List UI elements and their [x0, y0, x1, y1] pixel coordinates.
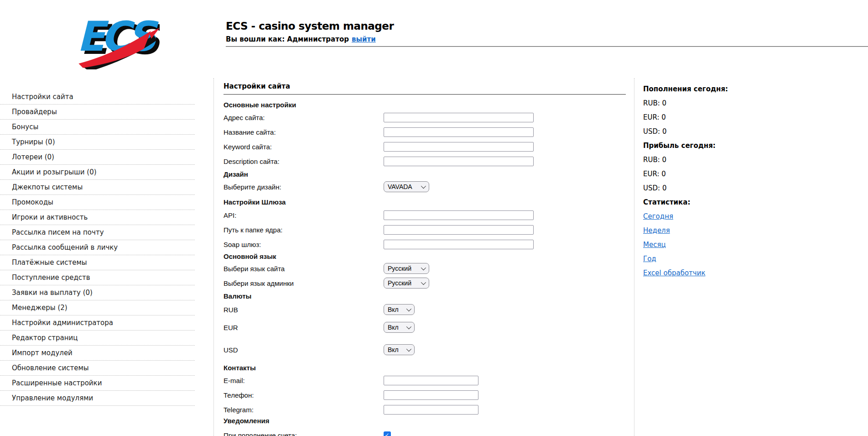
login-status-text: Вы вошли как: Администратор — [226, 35, 349, 43]
field-label: Выбери язык сайта — [223, 265, 384, 273]
sidebar-item-admin-settings[interactable]: Настройки администратора — [0, 315, 195, 331]
site-language-select-value: Русский — [388, 265, 411, 272]
sidebar-item-tournaments[interactable]: Турниры (0) — [0, 135, 195, 150]
heading-gateway-settings: Настройки Шлюза — [223, 198, 286, 206]
form-row: RUB Вкл — [223, 304, 415, 315]
right-column-divider — [634, 78, 634, 436]
stats-link-month[interactable]: Месяц — [643, 241, 666, 249]
sidebar-item-payment-systems[interactable]: Платёжные системы — [0, 255, 195, 270]
form-row: EUR Вкл — [223, 322, 415, 333]
stats-link-week[interactable]: Неделя — [643, 226, 670, 235]
sidebar-item-promotions[interactable]: Акции и розыгрыши (0) — [0, 165, 195, 180]
form-row: USD Вкл — [223, 344, 415, 355]
stats-link-excel[interactable]: Excel обработчик — [643, 269, 705, 277]
stats-header-profit-today: Прибыль сегодня: — [643, 139, 858, 153]
page-title: ECS - casino system manager — [226, 20, 394, 32]
admin-language-select[interactable]: Русский — [384, 278, 429, 289]
api-input[interactable] — [384, 210, 534, 220]
sidebar-item-managers[interactable]: Менеджеры (2) — [0, 300, 195, 315]
header-divider — [226, 46, 868, 47]
stats-link-year[interactable]: Год — [643, 255, 656, 263]
form-row: Telegram: — [223, 404, 478, 415]
form-row: Keyword сайта: — [223, 141, 534, 152]
rub-select-value: Вкл — [388, 306, 399, 313]
form-row: Выберите дизайн: VAVADA — [223, 181, 429, 192]
form-row: Телефон: — [223, 389, 478, 400]
heading-main-language: Основной язык — [223, 252, 276, 260]
deposit-notification-checkbox[interactable] — [384, 431, 391, 436]
sidebar-item-lotteries[interactable]: Лотереи (0) — [0, 150, 195, 165]
field-label: Soap шлюз: — [223, 241, 384, 248]
field-label: Выбери язык админки — [223, 279, 384, 287]
sidebar: Настройки сайта Провайдеры Бонусы Турнир… — [0, 89, 195, 406]
stat-value: 0 — [662, 156, 667, 164]
site-name-input[interactable] — [384, 127, 534, 137]
site-address-input[interactable] — [384, 113, 534, 122]
field-label: USD — [223, 346, 384, 354]
stat-profit-usd: USD: 0 — [643, 181, 858, 195]
sidebar-item-site-settings[interactable]: Настройки сайта — [0, 89, 195, 105]
phone-input[interactable] — [384, 390, 478, 400]
form-row: Выбери язык админки Русский — [223, 278, 429, 289]
site-keyword-input[interactable] — [384, 142, 534, 152]
core-path-input[interactable] — [384, 225, 534, 235]
stats-header-deposits-today: Пополнения сегодня: — [643, 82, 858, 96]
heading-contacts: Контакты — [223, 364, 256, 372]
soap-gateway-input[interactable] — [384, 240, 534, 249]
sidebar-item-promocodes[interactable]: Промокоды — [0, 195, 195, 210]
section-title: Настройки сайта — [223, 82, 290, 90]
sidebar-item-players[interactable]: Игроки и активность — [0, 210, 195, 225]
sidebar-item-bonuses[interactable]: Бонусы — [0, 120, 195, 135]
sidebar-item-providers[interactable]: Провайдеры — [0, 105, 195, 120]
stat-value: 0 — [662, 99, 667, 107]
chevron-down-icon — [421, 280, 426, 285]
telegram-input[interactable] — [384, 405, 478, 415]
sidebar-item-deposits[interactable]: Поступление средств — [0, 270, 195, 285]
sidebar-item-page-editor[interactable]: Редактор страниц — [0, 331, 195, 346]
field-label: Keyword сайта: — [223, 143, 384, 151]
usd-select[interactable]: Вкл — [384, 344, 415, 355]
heading-design: Дизайн — [223, 170, 248, 178]
site-language-select[interactable]: Русский — [384, 263, 429, 274]
eur-select[interactable]: Вкл — [384, 322, 415, 333]
section-divider — [223, 94, 626, 95]
form-row: Выбери язык сайта Русский — [223, 263, 429, 274]
stat-profit-eur: EUR: 0 — [643, 167, 858, 181]
stats-link-today[interactable]: Сегодня — [643, 212, 673, 221]
email-input[interactable] — [384, 376, 478, 385]
stat-profit-rub: RUB: 0 — [643, 153, 858, 167]
site-description-input[interactable] — [384, 157, 534, 166]
field-label: Telegram: — [223, 406, 384, 414]
logout-link[interactable]: выйти — [352, 35, 376, 43]
stat-label: EUR: — [643, 170, 659, 178]
field-label: API: — [223, 211, 384, 219]
stat-label: EUR: — [643, 113, 659, 121]
sidebar-item-pm-broadcast[interactable]: Рассылка сообщений в личку — [0, 240, 195, 255]
chevron-down-icon — [421, 184, 426, 189]
stat-deposits-rub: RUB: 0 — [643, 96, 858, 110]
field-label: EUR — [223, 324, 384, 331]
form-row: Description сайта: — [223, 156, 534, 167]
stat-value: 0 — [661, 113, 666, 121]
field-label: При пополнение счета: — [223, 431, 384, 436]
field-label: RUB — [223, 306, 384, 314]
sidebar-item-advanced-settings[interactable]: Расширенные настройки — [0, 376, 195, 391]
sidebar-item-jackpots[interactable]: Джекпоты системы — [0, 180, 195, 195]
rub-select[interactable]: Вкл — [384, 304, 415, 315]
stats-panel: Пополнения сегодня: RUB: 0 EUR: 0 USD: 0… — [643, 82, 858, 280]
sidebar-item-system-update[interactable]: Обновление системы — [0, 361, 195, 376]
sidebar-item-payout-requests[interactable]: Заявки на выплату (0) — [0, 285, 195, 300]
sidebar-item-module-import[interactable]: Импорт модулей — [0, 346, 195, 361]
sidebar-item-module-management[interactable]: Управление модулями — [0, 391, 195, 406]
sidebar-item-email-broadcast[interactable]: Рассылка писем на почту — [0, 225, 195, 240]
form-row: API: — [223, 210, 534, 221]
form-row: E-mail: — [223, 375, 478, 386]
chevron-down-icon — [421, 265, 426, 270]
design-select[interactable]: VAVADA — [384, 181, 429, 192]
field-label: Путь к папке ядра: — [223, 226, 384, 234]
stat-value: 0 — [662, 184, 667, 192]
chevron-down-icon — [406, 347, 411, 352]
site-settings-panel: Настройки сайта Основные настройки Адрес… — [214, 78, 634, 436]
heading-currencies: Валюты — [223, 292, 251, 300]
field-label: E-mail: — [223, 377, 384, 384]
